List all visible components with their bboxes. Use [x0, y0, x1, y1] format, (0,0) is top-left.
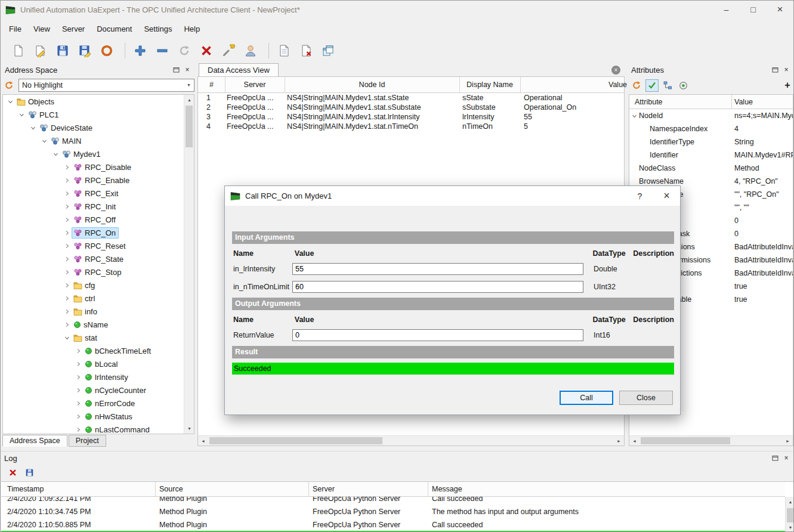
column-attribute[interactable]: Attribute [635, 95, 663, 109]
tree-item-nLastCommand[interactable]: nLastCommand [3, 423, 194, 434]
scroll-left-icon[interactable]: ◄ [198, 436, 208, 446]
tree-item-RPC_On[interactable]: RPC_On [3, 226, 194, 239]
float-panel-icon[interactable] [171, 65, 181, 75]
menu-file[interactable]: File [3, 21, 27, 37]
column-separator[interactable] [285, 77, 285, 92]
scroll-left-icon[interactable]: ◄ [629, 436, 639, 446]
collapse-icon[interactable] [17, 112, 26, 117]
target-icon[interactable] [676, 79, 690, 92]
menu-view[interactable]: View [27, 21, 56, 37]
float-panel-icon[interactable] [770, 65, 780, 75]
attribute-row-NodeClass[interactable]: NodeClassMethod [629, 162, 793, 175]
column-server[interactable]: Server [313, 482, 335, 497]
log-row[interactable]: 2/4/2020 1:10:34.745 PMMethod PluginFree… [1, 505, 785, 518]
tree-item-ctrl[interactable]: ctrl [3, 292, 194, 305]
expand-icon[interactable] [62, 256, 72, 262]
column-separator[interactable] [731, 95, 732, 109]
maximize-button[interactable]: □ [740, 1, 767, 18]
tree-item-PLC1[interactable]: PLC1 [3, 108, 194, 121]
column-separator[interactable] [155, 482, 156, 496]
change-user-button[interactable] [241, 41, 260, 60]
save-edit-button[interactable] [75, 41, 94, 60]
save-document-button[interactable] [53, 41, 72, 60]
column-separator[interactable] [459, 77, 460, 92]
float-panel-icon[interactable] [770, 453, 780, 463]
collapse-icon[interactable] [62, 335, 72, 341]
tree-item-RPC_State[interactable]: RPC_State [3, 252, 194, 265]
scroll-down-icon[interactable]: ▼ [786, 522, 794, 532]
menu-help[interactable]: Help [178, 21, 206, 37]
column-message[interactable]: Message [432, 482, 462, 497]
new-document-button[interactable] [9, 41, 28, 60]
remove-document-button[interactable] [296, 41, 316, 60]
attribute-row-IdentifierType[interactable]: IdentifierTypeString [629, 135, 793, 149]
tree-item-RPC_Enable[interactable]: RPC_Enable [3, 174, 194, 187]
tree-item-stat[interactable]: stat [3, 331, 194, 344]
expand-icon[interactable] [62, 165, 72, 170]
argument-value-input[interactable] [292, 263, 583, 275]
show-windows-button[interactable] [319, 41, 338, 60]
expand-icon[interactable] [62, 204, 72, 209]
expand-icon[interactable] [62, 243, 72, 249]
tab-data-access-view[interactable]: Data Access View [199, 63, 279, 76]
tree-item-nCycleCounter[interactable]: nCycleCounter [3, 383, 194, 397]
tree-vertical-scrollbar[interactable]: ▲ ▼ [184, 95, 194, 434]
column-timestamp[interactable]: Timestamp [7, 482, 44, 497]
tree-item-nErrorCode[interactable]: nErrorCode [3, 397, 194, 410]
argument-value-input[interactable] [292, 329, 583, 341]
table-row[interactable]: 2FreeOpcUa ...NS4|String|MAIN.Mydev1.sta… [198, 103, 624, 112]
attribute-row-NamespaceIndex[interactable]: NamespaceIndex4 [629, 122, 793, 135]
add-server-button[interactable] [131, 41, 150, 60]
hierarchy-view-icon[interactable] [661, 79, 674, 92]
dialog-titlebar[interactable]: Call RPC_On on Mydev1 ? × [225, 186, 680, 206]
close-panel-icon[interactable]: × [781, 65, 791, 75]
disconnect-button[interactable] [197, 41, 216, 60]
tree-item-DeviceState[interactable]: DeviceState [3, 121, 194, 134]
expand-icon[interactable] [62, 296, 72, 301]
attributes-horizontal-scrollbar[interactable]: ◄ ► [629, 435, 793, 446]
scroll-down-icon[interactable]: ▼ [184, 423, 194, 434]
scrollbar-thumb[interactable] [787, 508, 793, 522]
column-server[interactable]: Server [225, 77, 285, 93]
window-titlebar[interactable]: Unified Automation UaExpert - The OPC Un… [1, 1, 793, 18]
log-row[interactable]: 2/4/2020 1:10:50.885 PMMethod PluginFree… [1, 518, 785, 531]
scrollbar-thumb[interactable] [209, 437, 382, 444]
table-row[interactable]: 1FreeOpcUa ...NS4|String|MAIN.Mydev1.sta… [198, 93, 624, 103]
add-attribute-icon[interactable]: + [781, 80, 793, 91]
dav-horizontal-scrollbar[interactable]: ◄ ► [198, 435, 624, 446]
tree-item-cfg[interactable]: cfg [3, 279, 194, 292]
tree-item-bLocal[interactable]: bLocal [3, 357, 194, 370]
expand-icon[interactable] [73, 361, 83, 367]
scrollbar-thumb[interactable] [641, 437, 730, 444]
expand-icon[interactable] [73, 401, 83, 406]
expand-icon[interactable] [62, 322, 72, 327]
column-separator[interactable] [428, 482, 428, 496]
column-separator[interactable] [520, 77, 521, 92]
minimize-button[interactable]: – [713, 1, 740, 18]
tree-item-RPC_Init[interactable]: RPC_Init [3, 200, 194, 213]
log-row[interactable]: 2/4/2020 1:09:32.141 PMMethod PluginFree… [1, 497, 785, 505]
tree-item-nHwStatus[interactable]: nHwStatus [3, 410, 194, 423]
reconnect-button[interactable] [175, 41, 194, 60]
attribute-row-NodeId[interactable]: NodeIdns=4;s=MAIN.Mydev1#RPC_On [629, 109, 793, 122]
column-value[interactable]: Value [734, 95, 753, 109]
refresh-attributes-icon[interactable] [630, 79, 643, 92]
close-document-icon[interactable]: × [611, 66, 620, 75]
call-button[interactable]: Call [560, 391, 613, 405]
expand-icon[interactable] [62, 309, 72, 314]
dialog-help-button[interactable]: ? [626, 186, 653, 206]
save-log-icon[interactable] [23, 467, 35, 479]
column-separator[interactable] [225, 77, 225, 92]
server-settings-wrench-button[interactable] [219, 41, 238, 60]
table-row[interactable]: 3FreeOpcUa ...NS4|String|MAIN.Mydev1.sta… [198, 112, 624, 122]
tree-item-Mydev1[interactable]: Mydev1 [3, 147, 194, 160]
dialog-close-button[interactable]: × [653, 186, 680, 206]
remove-server-button[interactable] [153, 41, 172, 60]
expand-icon[interactable] [73, 388, 83, 393]
collapse-icon[interactable] [5, 99, 15, 104]
tree-item-RPC_Stop[interactable]: RPC_Stop [3, 265, 194, 279]
column-separator[interactable] [308, 482, 309, 496]
expand-icon[interactable] [62, 178, 72, 183]
table-row[interactable]: 4FreeOpcUa ...NS4|String|MAIN.Mydev1.sta… [198, 122, 624, 131]
expand-icon[interactable] [62, 270, 72, 275]
